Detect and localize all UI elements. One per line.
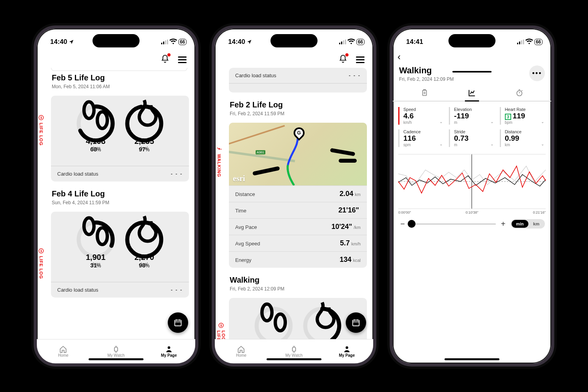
feed-section-label: LIFE LOG [38, 248, 44, 279]
cardio-load-row[interactable]: Cardio load status- - - [51, 282, 189, 298]
flame-icon [124, 97, 164, 137]
menu-button[interactable] [178, 56, 187, 63]
metric-speed[interactable]: Speed4.6km/h⌄ [398, 107, 444, 125]
metric-distance[interactable]: Distance0.99km⌄ [500, 129, 546, 147]
metric-heart-rate[interactable]: Heart Rate3119bpm⌄ [500, 107, 546, 125]
calendar-fab[interactable] [168, 312, 188, 333]
log-card-1[interactable]: 4,108steps 68% 2,235kcal 97% Cardio load… [51, 96, 189, 181]
road-label: A361 [256, 150, 265, 154]
route-map[interactable]: G A361 esri [229, 123, 367, 185]
metric-chart[interactable] [398, 154, 546, 209]
flame-icon [124, 213, 164, 253]
svg-rect-33 [292, 347, 296, 351]
log-card-2[interactable]: 1,901steps 31% 2,270kcal 98% Cardio load… [51, 212, 189, 298]
unit-toggle[interactable]: minkm [511, 219, 545, 229]
footsteps-icon [76, 213, 116, 253]
svg-rect-1 [163, 42, 164, 44]
watch-icon [290, 345, 298, 353]
section-walking-title: Walking [230, 276, 367, 285]
dynamic-island [448, 34, 495, 47]
walking-card[interactable]: G A361 esri Distance2.04kmTime21'16"Avg … [229, 123, 367, 268]
svg-point-20 [167, 347, 170, 349]
log-title: Feb 5 Life Log [52, 73, 189, 82]
svg-rect-35 [517, 43, 518, 44]
svg-point-8 [97, 112, 107, 129]
svg-rect-0 [161, 43, 162, 44]
wifi-icon [526, 40, 533, 45]
nav-home[interactable]: Home [215, 339, 268, 363]
home-indicator[interactable] [267, 358, 321, 360]
metric-stride[interactable]: Stride0.73m⌄ [449, 129, 495, 147]
sheet-handle[interactable] [452, 71, 492, 73]
dynamic-island [93, 34, 140, 47]
svg-point-25 [221, 149, 221, 149]
detail-tabs [393, 85, 551, 102]
chart-axis: 0:00'00"0:10'38"0:21'16" [393, 211, 551, 214]
unit-min[interactable]: min [512, 220, 529, 228]
back-button[interactable]: ‹ [393, 50, 551, 64]
nav-home[interactable]: Home [37, 339, 90, 363]
stat-row: Energy134kcal [229, 251, 367, 268]
svg-rect-22 [341, 42, 342, 44]
location-icon [247, 39, 252, 45]
signal-icon [517, 40, 524, 44]
svg-rect-18 [175, 320, 181, 326]
watch-icon [112, 345, 120, 353]
zoom-out-button[interactable]: − [399, 220, 406, 229]
slider-thumb[interactable] [408, 220, 416, 228]
svg-rect-32 [353, 320, 359, 326]
calendar-fab[interactable] [346, 312, 366, 333]
home-icon [237, 345, 245, 353]
prev-card-tail: Cardio load status- - - [229, 68, 367, 93]
tab-chart[interactable] [448, 85, 495, 101]
svg-rect-36 [519, 42, 520, 44]
tab-laps[interactable] [496, 85, 543, 101]
dynamic-island [270, 34, 318, 47]
notifications-button[interactable] [339, 54, 347, 65]
footsteps-icon [76, 97, 116, 137]
tab-summary[interactable] [401, 85, 448, 101]
chart-icon [468, 89, 476, 97]
top-actions [37, 50, 195, 68]
nav-mypage[interactable]: My Page [320, 339, 373, 363]
log-title: Feb 4 Life Log [52, 189, 189, 198]
location-icon [69, 39, 74, 45]
nav-mypage[interactable]: My Page [142, 339, 195, 363]
zoom-in-button[interactable]: + [500, 220, 507, 229]
feed-section-walking: WALKING [216, 146, 222, 177]
phone-1: 14:40 66 LIFE LOG Feb 5 Life Log Mon, Fe [34, 25, 198, 367]
home-indicator[interactable] [445, 358, 499, 360]
home-indicator[interactable] [89, 358, 143, 360]
stat-row: Avg Pace10'24"/km [229, 218, 367, 235]
kcal-ring: 2,270kcal [124, 220, 164, 260]
metric-cadence[interactable]: Cadence116spm⌄ [398, 129, 444, 147]
steps-ring: 4,108steps [76, 103, 116, 143]
dots-icon: ••• [532, 69, 542, 78]
time-slider[interactable] [410, 223, 496, 225]
wifi-icon [170, 40, 177, 45]
notification-dot [167, 53, 171, 56]
footsteps-icon [254, 299, 294, 339]
person-icon [165, 345, 173, 353]
svg-rect-39 [423, 90, 426, 95]
person-icon [343, 345, 351, 353]
status-time: 14:40 [228, 38, 245, 46]
battery-pill: 66 [534, 39, 543, 45]
log-subtitle: Sun, Feb 4, 2024 11:59 PM [52, 200, 189, 205]
metric-elevation[interactable]: Elevation-119m⌄ [449, 107, 495, 125]
svg-rect-23 [343, 40, 344, 44]
clipboard-icon [421, 89, 428, 97]
unit-km[interactable]: km [528, 220, 544, 228]
kcal-ring: 2,235kcal [124, 103, 164, 143]
svg-point-7 [84, 102, 94, 119]
feed-section-label: LIFE LOG [38, 115, 44, 146]
svg-point-29 [275, 314, 285, 331]
stats-table: Distance2.04kmTime21'16"Avg Pace10'24"/k… [229, 185, 367, 268]
status-time: 14:40 [50, 38, 67, 46]
svg-point-14 [84, 218, 94, 235]
overflow-button[interactable]: ••• [529, 65, 545, 81]
cardio-load-row[interactable]: Cardio load status- - - [51, 166, 189, 181]
notifications-button[interactable] [161, 54, 169, 65]
menu-button[interactable] [356, 56, 365, 63]
lifelog-icon [218, 323, 224, 328]
